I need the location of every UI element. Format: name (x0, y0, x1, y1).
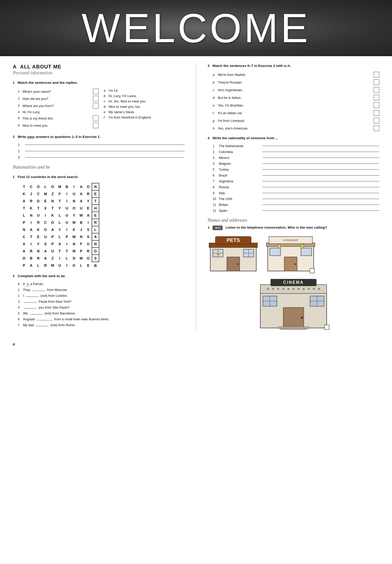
nat1-line[interactable] (262, 146, 379, 146)
nat3-line[interactable] (262, 158, 379, 158)
s1-box[interactable] (93, 89, 99, 94)
svg-point-28 (267, 288, 269, 290)
s5-box[interactable] (93, 115, 99, 121)
ws-cell: L (56, 219, 63, 226)
ws-cell: J (28, 190, 35, 197)
ws-row-0: T C O L O M B I A O N (20, 183, 99, 190)
ws-cell: N (70, 240, 78, 248)
ws-cell: O (85, 183, 92, 190)
m3d-box[interactable] (374, 95, 379, 100)
wl2-dash[interactable] (25, 151, 185, 151)
s6-box[interactable] (93, 123, 99, 128)
m3b-box[interactable] (374, 79, 379, 85)
nat8-line[interactable] (262, 187, 379, 187)
ws-cell: I (28, 219, 35, 226)
ex1-replies: a I'm 14. b Hi, Lucy, I'm Laura. c Hi, J… (104, 89, 184, 130)
m3g-text: I'm from Liverpool. (218, 119, 372, 123)
nat6-line[interactable] (262, 175, 379, 175)
nat3-name: Mexico (219, 156, 260, 160)
nat-be: be (46, 165, 50, 170)
m3a-text: We're from Madrid. (218, 73, 372, 77)
ws-cell: A (56, 240, 63, 248)
ws-cell: P (78, 248, 85, 255)
exercise-4-block: 4 Write the nationality of someone from … (208, 136, 379, 213)
svg-point-22 (301, 244, 304, 249)
ws-cell: O (70, 205, 78, 212)
ws-cell: D (70, 255, 78, 262)
ws-cell: S (85, 233, 92, 240)
m3h-box[interactable] (374, 125, 379, 131)
s5-text: This is my friend Jim. (22, 116, 91, 120)
m3g-box[interactable] (374, 118, 379, 123)
rf-letter: f (104, 115, 107, 119)
svg-text:🐱: 🐱 (216, 252, 220, 256)
ws-row-8: X I Y S P A I N F U N (20, 240, 99, 248)
m3-f: f It's an Italian car. (213, 110, 379, 116)
ws-instruction: Find 12 countries in the word search. (18, 175, 79, 179)
exercise-3-block: 3 Match the sentences 0–7 in Exercise 2 … (208, 64, 379, 131)
ex3-instruction: Match the sentences 0–7 in Exercise 2 wi… (213, 64, 291, 68)
ws-cell: A (28, 226, 35, 233)
ws-cell: I (85, 219, 92, 226)
ws-cell: K (28, 205, 35, 212)
nat2-line[interactable] (262, 152, 379, 152)
ws-cell: I (28, 240, 35, 248)
rd-text: Nice to meet you, too. (108, 105, 141, 109)
section-a-subtitle: Personal information (13, 70, 185, 76)
nat-1: 1 The Netherlands (213, 144, 379, 148)
wl3-dash[interactable] (25, 157, 185, 158)
m3a-box[interactable] (374, 72, 379, 77)
ex3-number: 3 (208, 64, 210, 70)
page-footer: 4 (0, 340, 392, 349)
s2-box[interactable] (93, 96, 99, 101)
m3f-box[interactable] (374, 110, 379, 116)
ws-cell: R (35, 219, 42, 226)
ws-cell: U (63, 212, 70, 219)
audio-badge[interactable]: ◄02 (213, 226, 223, 230)
verb-instruction: Complete with the verb to be. (18, 274, 66, 278)
ws-cell: T (56, 248, 63, 255)
svg-point-29 (272, 288, 274, 290)
ws-cell: T (20, 205, 28, 212)
m3c-box[interactable] (374, 87, 379, 93)
ws-cell-boxed: S (92, 255, 99, 262)
ws-cell: R (28, 197, 35, 205)
ws-cell: A (85, 212, 92, 219)
ws-row-4: L N U I K L U Y W A E (20, 212, 99, 219)
ws-cell: A (20, 248, 28, 255)
word-search-block: 1 Find 12 countries in the word search. … (13, 175, 185, 269)
ws-cell: Y (56, 205, 63, 212)
ws-cell: B (63, 183, 70, 190)
nat11-line[interactable] (262, 205, 379, 205)
svg-rect-48 (281, 328, 306, 330)
write-line-1: 1 (18, 143, 185, 147)
svg-point-30 (277, 288, 279, 290)
ws-cell: R (85, 248, 92, 255)
ws-cell: J (78, 226, 85, 233)
nat12-line[interactable] (262, 210, 379, 211)
nat10-line[interactable] (262, 199, 379, 199)
rc-letter: c (104, 99, 107, 103)
nat9-line[interactable] (262, 193, 379, 193)
section-a-label: A (13, 64, 17, 70)
ws-cell-boxed: T (92, 197, 99, 205)
m3e-box[interactable] (374, 102, 379, 108)
nat10-name: The USA (219, 197, 260, 201)
s3-box[interactable] (93, 103, 99, 109)
ws-cell: M (70, 248, 78, 255)
ws-cell: L (20, 212, 28, 219)
m3-g: g I'm from Liverpool. (213, 118, 379, 123)
svg-rect-49 (325, 325, 329, 330)
nat-10: 10 The USA (213, 197, 379, 201)
ws-cell: R (28, 248, 35, 255)
nat4-line[interactable] (262, 163, 379, 164)
ws-cell: E (70, 226, 78, 233)
wl1-dash[interactable] (25, 145, 185, 145)
ws-cell: L (78, 262, 85, 269)
nat7-line[interactable] (262, 181, 379, 181)
ws-cell: M (78, 255, 85, 262)
nat5-line[interactable] (262, 169, 379, 170)
pets-building: PETS 🐱 (208, 234, 259, 274)
ws-cell: I (63, 190, 70, 197)
main-content: A ALL ABOUT ME Personal information 1 Ma… (0, 56, 392, 340)
